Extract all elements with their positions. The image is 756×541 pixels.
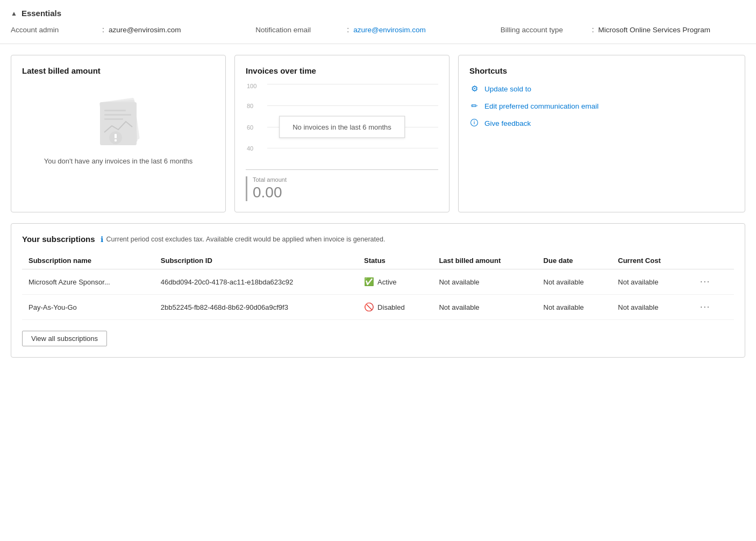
info-icon: ℹ	[101, 235, 103, 244]
sub-name-1: Microsoft Azure Sponsor...	[22, 269, 154, 295]
sub-current-cost-1: Not available	[611, 269, 689, 295]
chart-line-40	[267, 148, 438, 148]
shortcut-update-sold-to[interactable]: ⚙ Update sold to	[469, 84, 734, 94]
billing-type-label: Billing account type	[501, 26, 592, 34]
col-status: Status	[358, 252, 432, 269]
shortcuts-title: Shortcuts	[469, 66, 734, 75]
sub-actions-1: ···	[689, 269, 734, 295]
latest-billed-title: Latest billed amount	[22, 66, 215, 75]
table-row: Pay-As-You-Go 2bb52245-fb82-468d-8b62-90…	[22, 295, 734, 320]
invoices-title: Invoices over time	[246, 66, 438, 75]
sub-status-1: ✅ Active	[358, 269, 432, 295]
sub-id-1: 46dbd094-20c0-4178-ac11-e18bda623c92	[154, 269, 358, 295]
update-sold-to-link[interactable]: Update sold to	[484, 85, 531, 93]
essentials-header[interactable]: ▲ Essentials	[11, 9, 745, 18]
y-label-100: 100	[247, 83, 256, 89]
status-active-text: Active	[377, 278, 396, 286]
essentials-section: ▲ Essentials Account admin : azure@envir…	[0, 0, 756, 44]
essentials-row-notification-email: Notification email : azure@envirosim.com	[255, 24, 500, 35]
subscriptions-info-text: Current period cost excludes tax. Availa…	[106, 236, 386, 243]
account-admin-label: Account admin	[11, 26, 102, 34]
cards-row: Latest billed amount	[11, 55, 745, 212]
no-invoice-container: You don't have any invoices in the last …	[22, 84, 215, 170]
status-disabled-container: 🚫 Disabled	[364, 302, 426, 312]
col-subscription-id: Subscription ID	[154, 252, 358, 269]
main-content: Latest billed amount	[0, 44, 756, 368]
subscriptions-section: Your subscriptions ℹ Current period cost…	[11, 223, 745, 358]
sub-due-date-1: Not available	[537, 269, 612, 295]
y-label-80: 80	[247, 103, 253, 109]
col-actions	[689, 252, 734, 269]
give-feedback-link[interactable]: Give feedback	[484, 119, 531, 127]
subscriptions-title: Your subscriptions	[22, 234, 95, 244]
separator-2: :	[347, 25, 349, 34]
notification-email-label: Notification email	[255, 26, 347, 34]
sub-current-cost-2: Not available	[611, 295, 689, 320]
separator-1: :	[102, 25, 104, 34]
total-amount-value: 0.00	[253, 184, 282, 201]
edit-icon: ✏	[469, 101, 479, 111]
sub-actions-2: ···	[689, 295, 734, 320]
sub-due-date-2: Not available	[537, 295, 612, 320]
no-invoices-overlay: No invoices in the last 6 months	[279, 116, 405, 138]
col-due-date: Due date	[537, 252, 612, 269]
subscriptions-header: Your subscriptions ℹ Current period cost…	[22, 234, 734, 244]
sub-last-billed-2: Not available	[432, 295, 537, 320]
sub-id-2: 2bb52245-fb82-468d-8b62-90d06a9cf9f3	[154, 295, 358, 320]
edit-email-link[interactable]: Edit preferred communication email	[484, 102, 598, 110]
billing-type-value: Microsoft Online Services Program	[598, 26, 711, 34]
total-amount-label: Total amount	[253, 176, 438, 183]
no-invoice-svg	[86, 95, 151, 148]
shortcut-give-feedback[interactable]: Give feedback	[469, 118, 734, 129]
y-label-60: 60	[247, 124, 253, 131]
invoice-illustration	[86, 95, 151, 148]
col-last-billed: Last billed amount	[432, 252, 537, 269]
latest-billed-card: Latest billed amount	[11, 55, 226, 212]
shortcuts-list: ⚙ Update sold to ✏ Edit preferred commun…	[469, 84, 734, 129]
account-admin-value: azure@envirosim.com	[109, 26, 181, 34]
no-invoice-text: You don't have any invoices in the last …	[44, 157, 193, 165]
svg-rect-8	[115, 139, 117, 141]
essentials-title: Essentials	[22, 9, 61, 18]
y-label-40: 40	[247, 145, 253, 152]
settings-icon: ⚙	[469, 84, 479, 94]
disabled-icon: 🚫	[364, 302, 374, 312]
status-disabled-text: Disabled	[377, 303, 405, 311]
col-subscription-name: Subscription name	[22, 252, 154, 269]
sub-status-2: 🚫 Disabled	[358, 295, 432, 320]
chart-line-100	[267, 84, 438, 84]
essentials-row-account-admin: Account admin : azure@envirosim.com	[11, 24, 255, 35]
active-icon: ✅	[364, 277, 374, 287]
chart-line-80	[267, 105, 438, 106]
sub-name-2: Pay-As-You-Go	[22, 295, 154, 320]
shortcuts-card: Shortcuts ⚙ Update sold to ✏ Edit prefer…	[458, 55, 745, 212]
notification-email-link[interactable]: azure@envirosim.com	[353, 26, 426, 34]
svg-rect-7	[115, 134, 117, 138]
separator-3: :	[592, 25, 594, 34]
invoices-over-time-card: Invoices over time 100 80 60 40 No invoi…	[234, 55, 450, 212]
shortcut-edit-email[interactable]: ✏ Edit preferred communication email	[469, 101, 734, 111]
essentials-row-billing-type: Billing account type : Microsoft Online …	[501, 24, 745, 35]
svg-rect-5	[104, 118, 123, 120]
sub-last-billed-1: Not available	[432, 269, 537, 295]
chevron-up-icon: ▲	[11, 10, 17, 17]
chart-area: 100 80 60 40 No invoices in the last 6 m…	[246, 84, 438, 170]
subscriptions-info: ℹ Current period cost excludes tax. Avai…	[101, 235, 386, 244]
row-more-button-2[interactable]: ···	[696, 300, 715, 314]
table-header-row: Subscription name Subscription ID Status…	[22, 252, 734, 269]
feedback-icon	[469, 118, 479, 129]
essentials-grid: Account admin : azure@envirosim.com Noti…	[11, 24, 745, 35]
row-more-button-1[interactable]: ···	[696, 275, 715, 289]
subscriptions-table: Subscription name Subscription ID Status…	[22, 252, 734, 320]
table-row: Microsoft Azure Sponsor... 46dbd094-20c0…	[22, 269, 734, 295]
col-current-cost: Current Cost	[611, 252, 689, 269]
status-active-container: ✅ Active	[364, 277, 426, 287]
view-all-subscriptions-button[interactable]: View all subscriptions	[22, 331, 107, 346]
svg-rect-3	[104, 110, 126, 111]
total-amount-block: Total amount 0.00	[246, 176, 438, 201]
svg-rect-4	[104, 114, 131, 116]
